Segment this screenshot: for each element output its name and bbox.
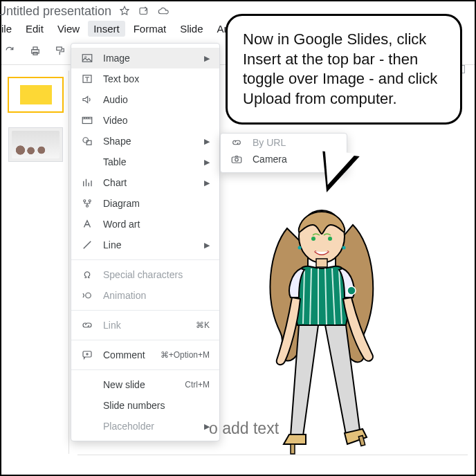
- menu-item-comment[interactable]: Comment ⌘+Option+M: [71, 345, 219, 365]
- menu-item-line[interactable]: Line ▶: [71, 235, 219, 255]
- svg-point-19: [311, 237, 315, 241]
- menu-separator: [71, 369, 219, 370]
- menu-separator: [71, 310, 219, 311]
- menu-item-chart[interactable]: Chart ▶: [71, 172, 219, 193]
- menu-shortcut: ⌘K: [196, 320, 210, 330]
- menu-item-label: Image: [103, 53, 194, 64]
- menu-item-placeholder: Placeholder ▶: [71, 416, 219, 437]
- menu-shortcut: Ctrl+M: [185, 380, 210, 390]
- menu-item-wordart[interactable]: Word art: [71, 214, 219, 235]
- textbox-icon: [81, 73, 93, 85]
- menu-item-link: Link ⌘K: [71, 315, 219, 336]
- thumbnail-1[interactable]: [8, 77, 63, 112]
- redo-icon[interactable]: [4, 45, 17, 57]
- svg-point-17: [235, 158, 239, 162]
- menu-edit[interactable]: Edit: [20, 21, 49, 37]
- menu-item-label: Line: [103, 239, 194, 250]
- move-icon[interactable]: [138, 5, 150, 17]
- menu-separator: [71, 340, 219, 340]
- menu-format[interactable]: Format: [128, 21, 172, 37]
- svg-point-21: [298, 246, 302, 250]
- instruction-speech-bubble: Now in Google Slides, click Insert at th…: [226, 14, 462, 125]
- menu-item-label: Audio: [103, 94, 210, 105]
- menu-item-label: Shape: [103, 136, 194, 147]
- link-icon: [230, 136, 243, 149]
- paint-format-icon[interactable]: [54, 45, 66, 57]
- thumbnail-2[interactable]: [8, 127, 63, 162]
- menu-item-slide-numbers[interactable]: Slide numbers: [71, 395, 219, 416]
- menu-view[interactable]: View: [52, 21, 85, 37]
- menu-item-diagram[interactable]: Diagram: [71, 193, 219, 214]
- motion-icon: [81, 289, 93, 302]
- menu-item-label: Link: [103, 320, 186, 331]
- diagram-icon: [81, 197, 93, 210]
- image-icon: [81, 52, 93, 64]
- menu-item-image[interactable]: Image ▶: [71, 48, 219, 68]
- menu-item-textbox[interactable]: Text box: [71, 68, 219, 89]
- chevron-right-icon: ▶: [204, 158, 210, 167]
- menu-item-shape[interactable]: Shape ▶: [71, 131, 219, 152]
- menu-insert[interactable]: Insert: [88, 21, 125, 37]
- camera-icon: [230, 153, 243, 165]
- menu-item-label: Animation: [103, 290, 210, 301]
- svg-point-22: [342, 246, 346, 250]
- svg-rect-30: [291, 444, 295, 454]
- chevron-right-icon: ▶: [204, 54, 210, 63]
- svg-rect-23: [316, 259, 327, 267]
- svg-point-13: [86, 205, 89, 207]
- menu-item-label: Video: [103, 115, 210, 126]
- menu-item-video[interactable]: Video: [71, 110, 219, 131]
- svg-rect-10: [86, 140, 91, 145]
- menu-item-special-characters: Special characters: [71, 264, 219, 285]
- menu-item-label: Comment: [103, 349, 151, 360]
- slide-thumbnails: [3, 71, 69, 454]
- menu-item-label: Placeholder: [103, 421, 194, 432]
- menu-item-label: Chart: [103, 177, 194, 188]
- shape-icon: [81, 135, 93, 147]
- menu-item-animation: Animation: [71, 285, 219, 306]
- chevron-right-icon: ▶: [204, 137, 210, 146]
- svg-rect-4: [57, 47, 62, 51]
- menu-item-label: Special characters: [103, 269, 210, 280]
- menu-shortcut: ⌘+Option+M: [161, 350, 210, 360]
- insert-menu-panel: Image ▶ Text box Audio Video Shape ▶ Tab…: [71, 43, 220, 441]
- app-frame: Untitled presentation ile Edit View Inse…: [0, 0, 476, 476]
- svg-rect-0: [140, 8, 147, 15]
- chevron-right-icon: ▶: [204, 178, 210, 187]
- svg-point-32: [347, 286, 356, 295]
- wordart-icon: [81, 218, 93, 230]
- menu-file[interactable]: ile: [1, 21, 17, 37]
- menu-separator: [71, 259, 219, 260]
- menu-item-new-slide[interactable]: New slide Ctrl+M: [71, 374, 219, 395]
- avatar-illustration: [249, 187, 394, 464]
- svg-point-11: [84, 200, 86, 202]
- doc-title[interactable]: Untitled presentation: [0, 4, 111, 19]
- chevron-right-icon: ▶: [204, 241, 210, 250]
- svg-point-20: [328, 237, 332, 241]
- menu-item-table[interactable]: Table ▶: [71, 152, 219, 172]
- menu-item-label: Diagram: [103, 198, 210, 209]
- video-icon: [81, 114, 93, 127]
- menu-item-label: New slide: [103, 379, 175, 390]
- svg-rect-8: [82, 118, 92, 124]
- print-icon[interactable]: [29, 45, 42, 57]
- submenu-item-by-url[interactable]: By URL: [221, 136, 347, 149]
- submenu-item-label: Camera: [253, 154, 287, 165]
- svg-rect-2: [33, 47, 37, 50]
- cloud-icon[interactable]: [157, 5, 170, 17]
- menu-item-label: Text box: [103, 73, 210, 84]
- link-icon: [81, 319, 93, 331]
- svg-point-14: [86, 293, 91, 298]
- menu-slide[interactable]: Slide: [174, 21, 208, 37]
- svg-point-9: [83, 138, 89, 143]
- svg-point-12: [89, 200, 91, 202]
- comment-icon: [81, 349, 93, 361]
- chart-icon: [81, 176, 93, 189]
- instruction-text: Now in Google Slides, click Insert at th…: [243, 30, 437, 107]
- star-icon[interactable]: [118, 5, 131, 17]
- audio-icon: [81, 93, 93, 106]
- submenu-item-label: By URL: [253, 137, 286, 148]
- menu-item-audio[interactable]: Audio: [71, 89, 219, 110]
- omega-icon: [81, 268, 93, 281]
- svg-rect-1: [32, 50, 39, 53]
